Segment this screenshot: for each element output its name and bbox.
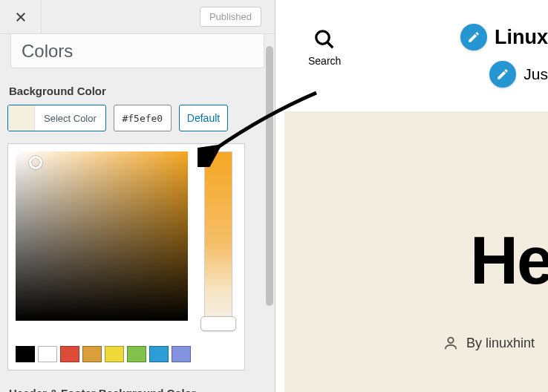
- pencil-icon: [467, 30, 480, 44]
- panel-title: Colors: [10, 34, 264, 68]
- preview-body: He By linuxhint: [284, 111, 548, 392]
- current-color-swatch: [8, 105, 35, 131]
- palette-swatch-4[interactable]: [105, 346, 124, 362]
- palette-swatch-3[interactable]: [82, 346, 102, 362]
- select-color-button[interactable]: Select Color: [7, 105, 106, 131]
- color-picker: [7, 143, 245, 370]
- default-button[interactable]: Default: [179, 105, 228, 131]
- palette-row: [16, 346, 237, 362]
- user-icon: [443, 335, 459, 351]
- scrollbar-track[interactable]: [264, 34, 275, 392]
- saturation-value-field[interactable]: [16, 151, 188, 321]
- author-byline: By linuxhint: [466, 336, 535, 351]
- svg-point-4: [448, 338, 453, 343]
- hero-title: He: [470, 223, 548, 299]
- site-preview: Search Linux Jus He By li: [275, 0, 548, 392]
- svg-line-3: [327, 42, 333, 48]
- palette-swatch-2[interactable]: [60, 346, 79, 362]
- sv-cursor[interactable]: [29, 156, 42, 169]
- search-label: Search: [308, 55, 341, 67]
- customizer-topbar: Published: [0, 0, 275, 34]
- search-icon: [313, 28, 336, 50]
- search-control[interactable]: Search: [308, 28, 341, 67]
- site-title: Linux: [495, 26, 548, 49]
- palette-swatch-1[interactable]: [38, 346, 57, 362]
- hue-slider-handle[interactable]: [200, 316, 236, 331]
- palette-swatch-7[interactable]: [172, 346, 191, 362]
- scrollbar-thumb[interactable]: [266, 46, 273, 306]
- panel-scroll-area: Background Color Select Color Default: [0, 68, 275, 392]
- close-icon: [14, 10, 27, 24]
- background-color-label: Background Color: [9, 85, 266, 97]
- author-row: By linuxhint: [443, 335, 535, 351]
- publish-status-button[interactable]: Published: [200, 7, 261, 27]
- palette-swatch-6[interactable]: [149, 346, 169, 362]
- customizer-sidebar: Published Colors Background Color Select…: [0, 0, 275, 392]
- svg-point-2: [316, 31, 330, 45]
- hex-input[interactable]: [114, 105, 172, 131]
- select-color-label: Select Color: [35, 113, 105, 124]
- header-footer-color-label: Header & Footer Background Color: [9, 387, 266, 392]
- edit-title-button[interactable]: [460, 24, 487, 50]
- palette-swatch-5[interactable]: [127, 346, 146, 362]
- hue-slider[interactable]: [204, 151, 232, 319]
- site-tagline: Jus: [523, 65, 548, 83]
- palette-swatch-0[interactable]: [16, 346, 35, 362]
- close-button[interactable]: [0, 0, 42, 34]
- edit-tagline-button[interactable]: [489, 61, 516, 88]
- pencil-icon: [496, 68, 509, 81]
- background-color-controls: Select Color Default: [7, 105, 267, 131]
